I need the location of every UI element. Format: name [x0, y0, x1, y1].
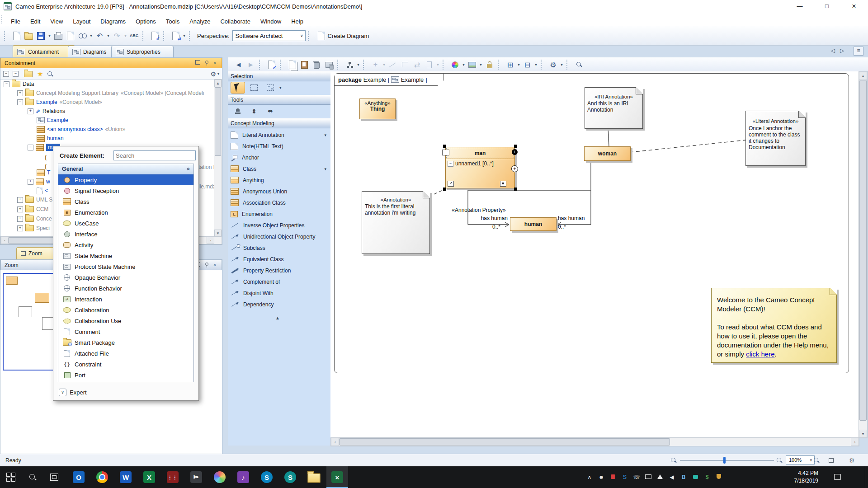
popup-item-activity[interactable]: Activity [58, 239, 193, 250]
group-select-button[interactable] [263, 82, 278, 94]
popup-item-enumeration[interactable]: EEnumeration [58, 207, 193, 218]
palette-scroll-up-icon[interactable]: ▲ [275, 315, 280, 320]
palette-item-class[interactable]: Class▾ [231, 163, 327, 174]
perspective-select[interactable]: Software Architect ∨ [232, 30, 306, 41]
link-quick-button[interactable]: ↗ [448, 181, 454, 187]
tree-row-cm-support-library[interactable]: + Concept Modeling Support Library «Conc… [17, 89, 204, 97]
selection-handle[interactable] [514, 145, 517, 148]
tree-row-property-child[interactable]: ( [45, 153, 47, 161]
pin-icon[interactable] [203, 262, 209, 268]
undo-dropdown[interactable]: ▾ [106, 30, 111, 42]
create-diagram-button[interactable]: Create Diagram [314, 30, 373, 42]
path-dropdown[interactable]: ▾ [435, 59, 440, 71]
palette-item-unidirectional-object-property[interactable]: Unidirectional Object Property [231, 231, 327, 242]
favorites-star-icon[interactable]: ★ [37, 70, 43, 78]
tray-monitor-icon[interactable] [645, 474, 652, 481]
chevron-down-icon[interactable]: ▾ [324, 133, 326, 137]
tree-row-data[interactable]: − Data [4, 80, 34, 88]
tray-red-status-icon[interactable] [609, 474, 617, 481]
zoom-slider-track[interactable] [680, 460, 774, 461]
popup-item-port[interactable]: Port [58, 370, 193, 380]
multiplicity-label-left[interactable]: 0..* [492, 224, 500, 230]
tray-chat-icon[interactable] [692, 474, 699, 481]
show-compartments-dropdown[interactable]: ▾ [516, 59, 521, 71]
nav-forward-button[interactable]: ▶ [245, 59, 257, 71]
path-constraint-button[interactable] [423, 59, 435, 71]
collapse-compartment-icon[interactable]: − [448, 161, 453, 167]
association-stereotype-label[interactable]: «Annotation Property» [447, 207, 510, 213]
palette-item-anonymous-union[interactable]: Anonymous Union [231, 186, 327, 197]
palette-item-enumeration[interactable]: EEnumeration [231, 208, 327, 220]
literal-annotation-note[interactable]: «Literal Annotation» Once I anchor the c… [745, 111, 806, 166]
tab-subproperties[interactable]: Subproperties [111, 46, 174, 58]
validation-button[interactable]: ✓ [149, 30, 161, 42]
image-dropdown[interactable]: ▾ [478, 59, 483, 71]
nav-back-button[interactable]: ◀ [232, 59, 245, 71]
popup-item-constraint[interactable]: { }Constraint [58, 359, 193, 370]
popup-item-comment[interactable]: Comment [58, 326, 193, 337]
find-dropdown[interactable]: ▾ [89, 30, 94, 42]
spell-check-button[interactable]: ABC [128, 30, 140, 42]
expander-icon[interactable]: + [17, 225, 23, 231]
zoom-slider-thumb[interactable] [723, 457, 726, 464]
popup-item-collaboration[interactable]: Collaboration [58, 305, 193, 315]
print-preview-button[interactable] [64, 30, 76, 42]
expander-icon[interactable]: + [17, 197, 23, 203]
print-button[interactable] [52, 30, 64, 42]
role-label-right[interactable]: has human [558, 215, 585, 221]
taskbar-outlook[interactable]: O [68, 466, 90, 488]
taskbar-snipping-tool[interactable]: ✂ [185, 466, 207, 488]
open-diagram-icon[interactable] [24, 71, 33, 77]
taskbar-chrome[interactable] [91, 466, 113, 488]
scroll-up-icon[interactable]: ▲ [214, 80, 222, 87]
select-tool-button[interactable] [231, 82, 245, 94]
taskbar-skype[interactable]: S [256, 466, 278, 488]
status-settings-gear-icon[interactable]: ⚙ [849, 457, 855, 464]
align-dropdown[interactable]: ▾ [382, 59, 387, 71]
class-human[interactable]: human [510, 217, 557, 231]
quick-search-icon[interactable] [47, 71, 53, 77]
tray-money-icon[interactable]: $ [703, 474, 711, 481]
tree-settings-dropdown[interactable]: ▾ [217, 72, 219, 76]
expander-icon[interactable]: + [28, 108, 33, 114]
canvas-horizontal-scrollbar[interactable]: ‹ › [330, 437, 859, 446]
show-compartments-button[interactable]: ⊞ [504, 59, 516, 71]
add-property-button[interactable]: + [512, 149, 518, 155]
tray-network-icon[interactable] [656, 474, 664, 481]
transform-dropdown[interactable]: ▾ [182, 30, 187, 42]
tab-scroll-left-icon[interactable]: ◁ [831, 47, 835, 54]
align-button[interactable]: + [369, 59, 382, 71]
tree-row-anonymous-class[interactable]: <an anonymous class> «Union» [37, 125, 125, 133]
tray-bluetooth-icon[interactable]: B [680, 474, 687, 481]
collapse-selected-icon[interactable]: − [13, 71, 19, 77]
palette-section-concept-modeling[interactable]: Concept Modeling [228, 118, 333, 128]
class-man[interactable]: man − unnamed1 [0..*] ... + + ↗ ■ [445, 147, 515, 188]
tab-list-icon[interactable]: ≡ [854, 47, 863, 56]
taskbar-teal-app[interactable]: S [279, 466, 301, 488]
undo-button[interactable]: ↶ [94, 30, 106, 42]
tab-scroll-right-icon[interactable]: ▷ [840, 47, 844, 54]
float-panel-icon[interactable] [194, 60, 201, 66]
click-here-link[interactable]: click here [746, 350, 774, 358]
expert-toggle[interactable]: ∨ Expert [59, 389, 87, 396]
hide-compartments-button[interactable]: ⊟ [521, 59, 533, 71]
new-project-button[interactable] [10, 30, 23, 42]
expander-icon[interactable]: − [28, 145, 33, 150]
tree-row-relations[interactable]: + ⇗ Relations [28, 107, 65, 115]
taskbar-cameo-active[interactable]: × [326, 466, 348, 488]
maximize-button[interactable]: □ [814, 0, 840, 13]
scrollbar-thumb[interactable] [339, 438, 670, 446]
selection-handle[interactable] [514, 188, 517, 191]
reroute-button[interactable]: ⇄ [411, 59, 423, 71]
marquee-select-button[interactable] [247, 82, 261, 94]
appearance-dropdown[interactable]: ▾ [461, 59, 466, 71]
palette-item-disjoint-with[interactable]: Disjoint With [231, 287, 327, 299]
tree-row-ccm-profile[interactable]: + CCM [17, 205, 48, 213]
layout-hierarchy-button[interactable] [344, 59, 356, 71]
close-panel-icon[interactable]: × [212, 60, 218, 66]
popup-item-state-machine[interactable]: State Machine [58, 250, 193, 261]
section-general[interactable]: General » [58, 164, 193, 174]
iri-annotation-note[interactable]: «IRI Annotation» And this is an IRI Anno… [585, 87, 643, 129]
tree-row-unnamed[interactable]: < [37, 187, 48, 195]
open-project-button[interactable] [23, 30, 35, 42]
